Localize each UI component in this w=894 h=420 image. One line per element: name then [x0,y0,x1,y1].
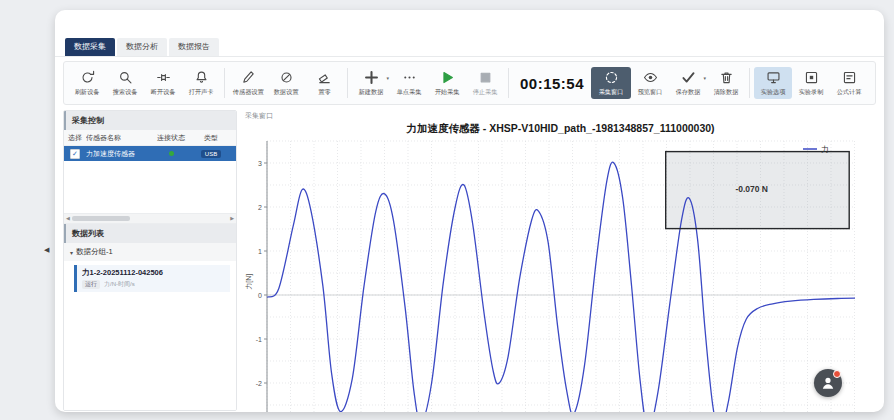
start-collect-button[interactable]: 开始采集 [428,67,466,99]
svg-text:2: 2 [258,204,262,211]
data-settings-button[interactable]: 数据设置 [267,67,305,99]
eye-icon [643,70,658,86]
col-select: 选择 [64,133,86,143]
dots-icon [402,70,417,86]
scroll-right-arrow[interactable]: ▶ [228,214,236,223]
sensor-table: 选择 传感器名称 连接状态 类型 ✓ 力加速度传感器 USB [64,130,236,161]
toolbar-button-label: 保存数据 [676,88,701,97]
sound-card-button[interactable]: 打开声卡 [182,67,220,99]
toolbar-button-label: 刷新设备 [75,88,100,97]
usb-badge: USB [201,150,221,158]
toolbar-button-label: 预览窗口 [638,88,663,97]
plus-icon [364,70,379,86]
main-tabbar: 数据采集 数据分析 数据报告 [55,38,884,57]
toolbar-separator [508,68,509,98]
save-data-button[interactable]: 保存数据▾ [669,67,707,99]
sensor-row[interactable]: ✓ 力加速度传感器 USB [64,146,236,161]
monitor-icon [766,70,781,86]
chevron-down-icon[interactable]: ▾ [386,75,389,81]
toolbar-button-label: 公式计算 [837,88,862,97]
check-icon [681,70,696,86]
experiment-options-button[interactable]: 实验选项 [754,67,792,99]
plug-icon [156,70,171,86]
svg-text:力: 力 [821,145,829,154]
col-sensor-name: 传感器名称 [86,133,148,143]
sensor-checkbox[interactable]: ✓ [70,149,80,159]
refresh-device-button[interactable]: 刷新设备 [68,67,106,99]
sensor-table-empty-area [64,161,236,213]
tab-data-analysis[interactable]: 数据分析 [117,38,167,56]
svg-text:-0.070 N: -0.070 N [735,184,768,194]
status-connected-dot [169,151,174,156]
data-item-axes: 力/N-时间/s [104,280,135,289]
new-data-button[interactable]: 新建数据▾ [352,67,390,99]
svg-text:1: 1 [258,248,262,255]
trash-icon [719,70,734,86]
sensor-name: 力加速度传感器 [86,149,148,159]
svg-text:0: 0 [258,292,262,299]
toolbar-button-label: 单点采集 [397,88,422,97]
search-device-button[interactable]: 搜索设备 [106,67,144,99]
notification-dot [833,370,841,378]
toolbar-separator [347,68,348,98]
toolbar-button-label: 实验选项 [761,88,786,97]
sensor-table-header: 选择 传感器名称 连接状态 类型 [64,130,236,146]
assistant-fab[interactable] [814,369,842,397]
chevron-down-icon[interactable]: ▾ [704,75,707,81]
stop-icon [478,70,493,86]
refresh-icon [80,70,95,86]
main-content: 采集控制 选择 传感器名称 连接状态 类型 ✓ 力加速度传感器 USB ◀ [55,105,884,411]
left-panel: 采集控制 选择 传感器名称 连接状态 类型 ✓ 力加速度传感器 USB ◀ [63,110,237,411]
experiment-record-button[interactable]: 实验录制 [792,67,830,99]
zero-button[interactable]: 置零 [305,67,343,99]
data-list-tree: ▾ 数据分组-1 力1-2-20251112-042506 运行 力/N-时间/… [64,243,236,410]
data-item-title: 力1-2-20251112-042506 [82,268,225,278]
svg-text:-1: -1 [256,336,262,343]
data-item[interactable]: 力1-2-20251112-042506 运行 力/N-时间/s [74,265,230,292]
toolbar-button-label: 开始采集 [435,88,460,97]
expand-triangle-icon[interactable]: ▾ [70,249,73,256]
scrollbar-thumb[interactable] [72,216,130,221]
pen-icon [241,70,256,86]
col-type: 类型 [194,133,228,143]
svg-text:3: 3 [258,160,262,167]
toolbar-button-label: 打开声卡 [189,88,214,97]
slash-circle-icon [279,70,294,86]
toolbar-separator [749,68,750,98]
stop-collect-button[interactable]: 停止采集 [466,67,504,99]
formula-calc-button[interactable]: 公式计算 [830,67,868,99]
preview-window-button[interactable]: 预览窗口 [631,67,669,99]
clear-data-button[interactable]: 清除数据 [707,67,745,99]
toolbar: 刷新设备搜索设备断开设备打开声卡传感器设置数据设置置零新建数据▾单点采集开始采集… [63,61,876,105]
toolbar-separator [224,68,225,98]
waveform-chart[interactable]: 3210-1-2力[N]-0.070 N力 [243,137,878,412]
sensor-settings-button[interactable]: 传感器设置 [229,67,267,99]
svg-text:力[N]: 力[N] [245,274,253,290]
toolbar-button-label: 新建数据 [359,88,384,97]
data-group-row[interactable]: ▾ 数据分组-1 [64,243,236,261]
svg-text:-2: -2 [256,380,262,387]
toolbar-button-label: 传感器设置 [233,88,264,97]
data-list-header: 数据列表 [64,224,236,243]
calc-icon [842,70,857,86]
toolbar-button-label: 数据设置 [274,88,299,97]
tab-data-report[interactable]: 数据报告 [169,38,219,56]
dashed-circle-icon [604,70,619,86]
scroll-left-arrow[interactable]: ◀ [64,214,72,223]
toolbar-button-label: 采集窗口 [599,88,624,97]
chart-panel-label: 采集窗口 [243,110,878,122]
scrollbar-track[interactable] [72,216,228,221]
single-point-button[interactable]: 单点采集 [390,67,428,99]
panel-collapse-arrow[interactable]: ◀ [44,246,49,254]
collection-timer: 00:15:54 [520,75,584,92]
collect-control-header: 采集控制 [64,111,236,130]
horizontal-scrollbar[interactable]: ◀ ▶ [64,213,236,224]
tab-data-acquisition[interactable]: 数据采集 [65,38,115,56]
disconnect-device-button[interactable]: 断开设备 [144,67,182,99]
toolbar-button-label: 搜索设备 [113,88,138,97]
search-icon [118,70,133,86]
bell-icon [194,70,209,86]
collect-window-button[interactable]: 采集窗口 [591,67,631,99]
toolbar-button-label: 断开设备 [151,88,176,97]
data-group-label: 数据分组-1 [76,247,113,257]
